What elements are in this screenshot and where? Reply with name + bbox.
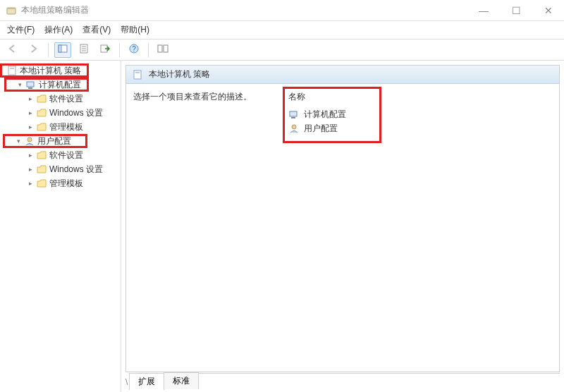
svg-rect-16 [28, 87, 32, 89]
caret-icon: ▸ [27, 152, 34, 159]
tree-item-label: 软件设置 [49, 149, 83, 161]
properties-button[interactable] [75, 42, 92, 58]
toolbar-separator [119, 43, 120, 57]
svg-rect-15 [27, 82, 34, 87]
tree-item-windows[interactable]: ▸ Windows 设置 [4, 162, 121, 176]
svg-rect-3 [59, 45, 61, 52]
properties-icon [79, 44, 89, 56]
tree-item-software[interactable]: ▸ 软件设置 [4, 92, 121, 106]
list-item-label: 计算机配置 [304, 109, 346, 121]
back-icon [8, 44, 18, 55]
tree-root-label: 本地计算机 策略 [20, 65, 81, 77]
titlebar: 本地组策略编辑器 — ☐ ✕ [0, 0, 564, 21]
export-icon [100, 44, 110, 56]
tabs-line [198, 373, 560, 374]
app-icon [6, 5, 17, 16]
folder-icon [36, 164, 47, 175]
svg-point-22 [292, 125, 296, 129]
folder-icon [36, 121, 47, 133]
maximize-button[interactable]: ☐ [506, 5, 526, 16]
panel-body: 选择一个项目来查看它的描述。 名称 计算机配置 用户配置 [126, 84, 559, 142]
caret-icon: ▾ [15, 137, 22, 145]
list-column: 名称 计算机配置 用户配置 [288, 91, 346, 135]
tree-computer-label: 计算机配置 [39, 79, 81, 91]
menu-help[interactable]: 帮助(H) [121, 24, 149, 36]
folder-icon [36, 107, 47, 118]
tree-item-label: 管理模板 [49, 178, 83, 190]
split-icon [157, 44, 168, 55]
tree-item-software[interactable]: ▸ 软件设置 [4, 148, 121, 162]
tab-standard[interactable]: 标准 [164, 372, 199, 389]
content: 本地计算机 策略 ▾ 计算机配置 ▸ 软件设置 ▸ Windows 设置 ▸ [0, 61, 564, 392]
policy-icon [6, 65, 18, 76]
window-title: 本地组策略编辑器 [21, 4, 89, 16]
folder-icon [36, 149, 47, 161]
caret-icon: ▾ [16, 81, 23, 88]
svg-point-17 [27, 137, 32, 142]
menu-file[interactable]: 文件(F) [7, 24, 35, 36]
svg-rect-11 [158, 45, 162, 52]
caret-icon: ▸ [27, 123, 34, 130]
export-button[interactable] [97, 42, 114, 58]
tree-user-config[interactable]: ▾ 用户配置 [3, 134, 87, 148]
svg-text:?: ? [132, 45, 136, 53]
panel-icon [58, 44, 68, 55]
svg-rect-12 [164, 45, 168, 52]
svg-rect-14 [10, 68, 14, 69]
caret-icon: ▸ [27, 180, 34, 187]
tree-item-windows[interactable]: ▸ Windows 设置 [4, 106, 121, 120]
menu-action[interactable]: 操作(A) [44, 24, 73, 36]
toolbar: ? [0, 39, 564, 61]
tabs: \ 扩展 标准 [125, 372, 560, 389]
tree-user-label: 用户配置 [37, 135, 71, 147]
user-icon [24, 135, 35, 147]
description-text: 选择一个项目来查看它的描述。 [133, 91, 274, 135]
tree-item-label: 软件设置 [49, 93, 83, 105]
forward-icon [29, 44, 39, 55]
help-icon: ? [129, 44, 139, 56]
tree-root[interactable]: 本地计算机 策略 [0, 63, 89, 78]
panel-header-title: 本地计算机 策略 [149, 68, 210, 80]
computer-icon [25, 79, 37, 90]
minimize-button[interactable]: — [474, 5, 494, 16]
list-item-label: 用户配置 [304, 123, 338, 135]
help-button[interactable]: ? [125, 42, 142, 58]
forward-button[interactable] [25, 42, 42, 58]
svg-rect-19 [135, 72, 140, 73]
user-icon [288, 123, 300, 134]
tree-item-label: Windows 设置 [49, 164, 103, 176]
svg-rect-21 [291, 117, 295, 118]
list-item-user[interactable]: 用户配置 [288, 121, 346, 135]
computer-icon [288, 109, 300, 120]
caret-icon: ▸ [27, 166, 34, 173]
details-panel: 本地计算机 策略 选择一个项目来查看它的描述。 名称 计算机配置 [125, 65, 560, 372]
window-controls: — ☐ ✕ [474, 5, 558, 16]
back-button[interactable] [4, 42, 21, 58]
svg-rect-1 [7, 8, 16, 9]
svg-rect-20 [290, 111, 297, 116]
tree-item-admin[interactable]: ▸ 管理模板 [4, 176, 121, 190]
caret-icon: ▸ [27, 95, 34, 102]
svg-rect-13 [8, 66, 16, 75]
tree-item-label: 管理模板 [49, 121, 83, 133]
svg-rect-18 [134, 71, 141, 79]
tree-computer-config[interactable]: ▾ 计算机配置 [4, 78, 89, 92]
folder-icon [36, 93, 47, 104]
tree-item-label: Windows 设置 [49, 107, 103, 119]
caret-icon: ▸ [27, 109, 34, 116]
show-hide-tree-button[interactable] [54, 42, 71, 58]
folder-icon [36, 178, 47, 189]
close-button[interactable]: ✕ [539, 5, 558, 16]
right-pane: 本地计算机 策略 选择一个项目来查看它的描述。 名称 计算机配置 [121, 61, 564, 392]
list-item-computer[interactable]: 计算机配置 [288, 107, 346, 121]
split-button[interactable] [154, 42, 171, 58]
column-header-name[interactable]: 名称 [288, 91, 346, 103]
toolbar-separator [48, 43, 49, 57]
menu-view[interactable]: 查看(V) [82, 24, 111, 36]
tree-item-admin[interactable]: ▸ 管理模板 [4, 120, 121, 134]
menubar: 文件(F) 操作(A) 查看(V) 帮助(H) [0, 21, 564, 39]
policy-icon [132, 69, 143, 80]
tab-extended[interactable]: 扩展 [129, 373, 164, 390]
toolbar-separator [148, 43, 149, 57]
tree-pane: 本地计算机 策略 ▾ 计算机配置 ▸ 软件设置 ▸ Windows 设置 ▸ [0, 61, 121, 392]
